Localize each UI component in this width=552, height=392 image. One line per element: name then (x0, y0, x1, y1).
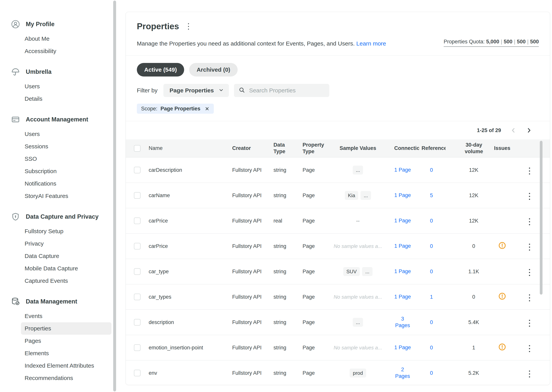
sidebar-item-accessibility[interactable]: Accessibility (21, 45, 111, 57)
sidebar-item-elements[interactable]: Elements (21, 347, 111, 359)
property-creator: Fullstory API (232, 319, 271, 325)
row-checkbox[interactable] (134, 192, 141, 199)
property-name: car_type (149, 269, 228, 275)
column-header-30-day-volume[interactable]: 30-day volume (463, 142, 485, 155)
row-kebab-menu-icon[interactable] (527, 293, 532, 303)
references-link[interactable]: 0 (420, 218, 443, 224)
connections-link[interactable]: 1 Page (391, 167, 414, 173)
row-checkbox[interactable] (134, 167, 141, 173)
connections-link[interactable]: 1 Page (391, 344, 414, 351)
sidebar-item-mobile-data-capture[interactable]: Mobile Data Capture (21, 262, 111, 275)
sidebar-item-users[interactable]: Users (21, 128, 111, 140)
pagination: 1-25 of 29 (126, 121, 550, 140)
search-input[interactable]: Search Properties (234, 84, 329, 97)
row-checkbox[interactable] (134, 243, 141, 249)
column-header-issues[interactable]: Issues (493, 145, 512, 152)
sample-values-cell: No sample values a... (331, 345, 385, 351)
row-checkbox[interactable] (134, 217, 141, 224)
references-link[interactable]: 1 (420, 294, 443, 300)
connections-link[interactable]: 1 Page (391, 192, 414, 199)
warning-icon[interactable] (498, 295, 506, 301)
row-checkbox[interactable] (134, 370, 141, 376)
column-header-property-type[interactable]: Property Type (302, 142, 328, 155)
sidebar-item-sso[interactable]: SSO (21, 153, 111, 165)
sidebar-item-privacy[interactable]: Privacy (21, 238, 111, 250)
column-header-references[interactable]: References (422, 145, 446, 152)
connections-link[interactable]: 2Pages (391, 366, 414, 380)
column-header-connections[interactable]: Connections (394, 145, 419, 152)
references-link[interactable]: 0 (420, 370, 443, 376)
sidebar-item-about-me[interactable]: About Me (21, 33, 111, 45)
row-checkbox[interactable] (134, 319, 141, 326)
references-link[interactable]: 0 (420, 167, 443, 173)
property-creator: Fullstory API (232, 294, 271, 300)
sidebar-item-storyai-features[interactable]: StoryAI Features (21, 190, 111, 202)
sidebar-item-data-capture[interactable]: Data Capture (21, 250, 111, 262)
sidebar-item-properties[interactable]: Properties (21, 322, 111, 335)
column-header-sample-values[interactable]: Sample Values (331, 145, 385, 152)
warning-icon[interactable] (498, 346, 506, 352)
row-kebab-menu-icon[interactable] (527, 242, 532, 252)
column-header-data-type[interactable]: Data Type (273, 142, 291, 155)
column-header-creator[interactable]: Creator (232, 145, 271, 152)
sidebar-item-recommendations[interactable]: Recommendations (21, 372, 111, 384)
sidebar-item-sessions[interactable]: Sessions (21, 140, 111, 153)
table-scrollbar[interactable] (540, 141, 543, 294)
property-data-type: string (273, 319, 301, 325)
chevron-right-icon[interactable] (526, 127, 532, 133)
issues-cell (493, 242, 512, 251)
sidebar-item-fullstory-setup[interactable]: Fullstory Setup (21, 225, 111, 238)
30-day-volume-value: 1.1K (458, 269, 489, 275)
connections-link[interactable]: 1 Page (391, 243, 414, 249)
row-checkbox[interactable] (134, 294, 141, 300)
row-checkbox[interactable] (134, 344, 141, 351)
references-link[interactable]: 0 (420, 319, 443, 325)
property-name: car_types (149, 294, 228, 300)
row-kebab-menu-icon[interactable] (527, 343, 532, 354)
connections-link[interactable]: 1 Page (391, 268, 414, 275)
references-link[interactable]: 0 (420, 269, 443, 275)
sidebar-item-indexed-element-attributes[interactable]: Indexed Element Attributes (21, 359, 111, 372)
references-link[interactable]: 5 (420, 193, 443, 198)
connections-link[interactable]: 1 Page (391, 217, 414, 224)
scope-dropdown[interactable]: Page Properties (163, 84, 229, 97)
chevron-left-icon[interactable] (510, 127, 516, 133)
sidebar-item-subscription[interactable]: Subscription (21, 165, 111, 177)
warning-icon[interactable] (498, 245, 506, 251)
sidebar-nav: My ProfileAbout MeAccessibilityUmbrellaU… (0, 0, 120, 392)
row-menu-cell (522, 189, 537, 201)
sidebar-section: UmbrellaUsersDetails (0, 65, 120, 105)
references-link[interactable]: 0 (420, 345, 443, 351)
connections-link[interactable]: 1 Page (391, 294, 414, 300)
table-row: envFullstory APIstringPageprod2Pages05.2… (126, 360, 550, 382)
row-kebab-menu-icon[interactable] (527, 217, 532, 227)
row-kebab-menu-icon[interactable] (527, 369, 532, 379)
row-kebab-menu-icon[interactable] (527, 318, 532, 328)
references-link[interactable]: 0 (420, 243, 443, 249)
row-checkbox[interactable] (134, 268, 141, 275)
close-icon[interactable] (205, 106, 209, 111)
page-subtitle: Manage the Properties you need as additi… (137, 40, 386, 47)
sidebar-item-users[interactable]: Users (21, 80, 111, 93)
sidebar-section: Data Capture and PrivacyFullstory SetupP… (0, 210, 120, 287)
column-header-name[interactable]: Name (149, 145, 228, 152)
select-all-checkbox[interactable] (134, 145, 141, 152)
sidebar-item-notifications[interactable]: Notifications (21, 177, 111, 190)
property-name: carName (149, 193, 228, 198)
connections-link[interactable]: 3Pages (391, 316, 414, 329)
sidebar-scrollbar[interactable] (113, 0, 116, 392)
row-kebab-menu-icon[interactable] (527, 267, 532, 278)
property-creator: Fullstory API (232, 167, 271, 173)
row-menu-cell (522, 215, 537, 227)
row-kebab-menu-icon[interactable] (527, 166, 532, 176)
sample-value-chips: Kia... (345, 191, 371, 200)
sidebar-item-events[interactable]: Events (21, 310, 111, 322)
tab-archived[interactable]: Archived (0) (189, 63, 237, 77)
sidebar-item-pages[interactable]: Pages (21, 335, 111, 347)
learn-more-link[interactable]: Learn more (356, 40, 386, 47)
sidebar-item-details[interactable]: Details (21, 93, 111, 105)
row-kebab-menu-icon[interactable] (527, 191, 532, 201)
sidebar-item-captured-events[interactable]: Captured Events (21, 275, 111, 287)
tab-active[interactable]: Active (549) (137, 63, 184, 77)
kebab-menu-icon[interactable] (186, 22, 191, 31)
